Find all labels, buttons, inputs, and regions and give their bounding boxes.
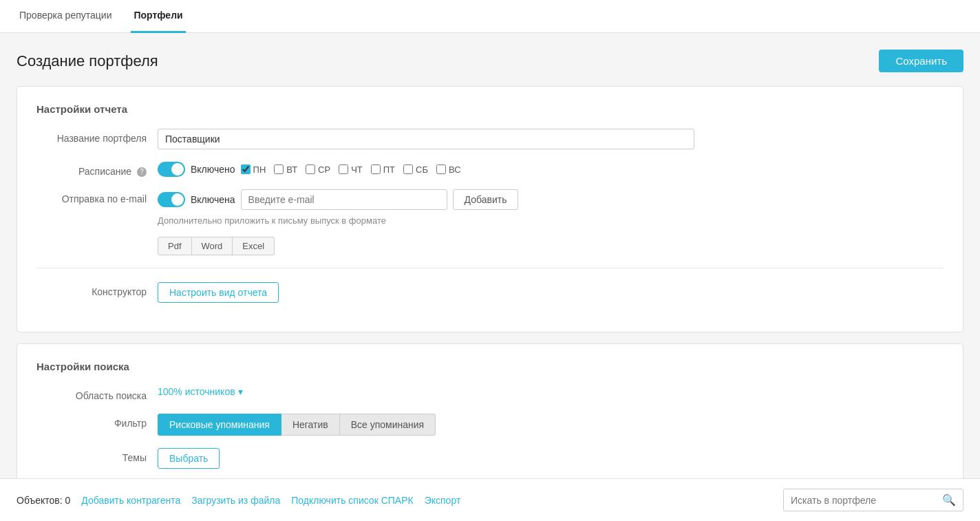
report-settings-card: Настройки отчета Название портфеля Распи… bbox=[17, 86, 963, 332]
top-nav: Проверка репутации Портфели bbox=[0, 0, 980, 33]
topics-row: Темы Выбрать bbox=[36, 448, 944, 469]
schedule-row: Расписание ? Включено ПН ВТ bbox=[36, 162, 944, 177]
connect-spark-link[interactable]: Подключить список СПАРК bbox=[291, 495, 413, 506]
day-pt-label[interactable]: ПТ bbox=[383, 164, 395, 175]
schedule-help-icon: ? bbox=[137, 167, 147, 177]
constructor-control: Настроить вид отчета bbox=[158, 282, 944, 303]
bottom-bar: Объектов: 0 Добавить контрагента Загрузи… bbox=[0, 478, 980, 521]
format-word-button[interactable]: Word bbox=[192, 237, 233, 255]
day-sb-label[interactable]: СБ bbox=[416, 164, 428, 175]
source-link[interactable]: 100% источников ▾ bbox=[158, 386, 243, 397]
source-row: Область поиска 100% источников ▾ bbox=[36, 386, 944, 401]
email-toggle[interactable] bbox=[158, 192, 185, 207]
topics-control: Выбрать bbox=[158, 448, 944, 469]
day-вт: ВТ bbox=[274, 164, 297, 175]
filter-control: Рисковые упоминания Негатив Все упоминан… bbox=[158, 414, 944, 436]
day-ct-checkbox[interactable] bbox=[339, 164, 348, 174]
days-checkbox-group: ПН ВТ СР ЧТ bbox=[241, 164, 461, 175]
nav-item-reputation[interactable]: Проверка репутации bbox=[17, 0, 114, 33]
format-excel-button[interactable]: Excel bbox=[233, 237, 275, 255]
format-buttons: Pdf Word Excel bbox=[158, 237, 275, 255]
day-vt-checkbox[interactable] bbox=[274, 164, 284, 174]
divider bbox=[36, 268, 944, 268]
day-sb-checkbox[interactable] bbox=[403, 164, 413, 174]
email-input[interactable] bbox=[241, 189, 447, 210]
add-email-button[interactable]: Добавить bbox=[453, 189, 519, 210]
email-toggle-wrap: Включена bbox=[158, 192, 235, 207]
upload-file-link[interactable]: Загрузить из файла bbox=[191, 495, 280, 506]
topics-label: Темы bbox=[36, 448, 147, 463]
filter-all-button[interactable]: Все упоминания bbox=[340, 414, 436, 436]
add-counterparty-link[interactable]: Добавить контрагента bbox=[81, 495, 180, 506]
portfolio-search-input[interactable] bbox=[784, 491, 935, 510]
day-vt-label[interactable]: ВТ bbox=[286, 164, 297, 175]
filter-negative-button[interactable]: Негатив bbox=[281, 414, 340, 436]
email-control: Включена Добавить Дополнительно приложит… bbox=[158, 189, 944, 255]
source-label: Область поиска bbox=[36, 386, 147, 401]
filter-buttons: Рисковые упоминания Негатив Все упоминан… bbox=[158, 414, 436, 436]
format-note: Дополнительно приложить к письму выпуск … bbox=[158, 215, 944, 226]
portfolio-name-row: Название портфеля bbox=[36, 129, 944, 149]
day-pn-label[interactable]: ПН bbox=[253, 164, 266, 175]
filter-label: Фильтр bbox=[36, 414, 147, 429]
report-settings-title: Настройки отчета bbox=[36, 103, 944, 115]
day-вс: ВС bbox=[436, 164, 461, 175]
day-pt-checkbox[interactable] bbox=[371, 164, 381, 174]
filter-row: Фильтр Рисковые упоминания Негатив Все у… bbox=[36, 414, 944, 436]
search-settings-title: Настройки поиска bbox=[36, 361, 944, 372]
email-toggle-label: Включена bbox=[191, 194, 235, 205]
day-чт: ЧТ bbox=[339, 164, 363, 175]
day-ср: СР bbox=[306, 164, 330, 175]
schedule-toggle-label: Включено bbox=[191, 164, 235, 175]
portfolio-name-input[interactable] bbox=[158, 129, 694, 149]
page-title: Создание портфеля bbox=[17, 52, 158, 70]
email-label: Отправка по e-mail bbox=[36, 189, 147, 204]
source-control: 100% источников ▾ bbox=[158, 386, 944, 397]
save-button[interactable]: Сохранить bbox=[879, 50, 963, 72]
day-ct-label[interactable]: ЧТ bbox=[351, 164, 363, 175]
portfolio-name-label: Название портфеля bbox=[36, 129, 147, 144]
filter-risk-button[interactable]: Рисковые упоминания bbox=[158, 414, 281, 436]
page-wrapper: Создание портфеля Сохранить Настройки от… bbox=[0, 33, 980, 498]
search-icon: 🔍 bbox=[935, 489, 963, 511]
schedule-toggle-wrap: Включено bbox=[158, 162, 235, 177]
topics-button[interactable]: Выбрать bbox=[158, 448, 220, 469]
nav-item-portfolios[interactable]: Портфели bbox=[131, 0, 185, 33]
constructor-button[interactable]: Настроить вид отчета bbox=[158, 282, 279, 303]
export-link[interactable]: Экспорт bbox=[425, 495, 461, 506]
email-row: Отправка по e-mail Включена Добавить Доп… bbox=[36, 189, 944, 255]
day-пт: ПТ bbox=[371, 164, 395, 175]
schedule-toggle[interactable] bbox=[158, 162, 185, 177]
schedule-control: Включено ПН ВТ СР bbox=[158, 162, 944, 177]
portfolio-search-wrap: 🔍 bbox=[783, 489, 963, 511]
format-pdf-button[interactable]: Pdf bbox=[158, 237, 192, 255]
day-пн: ПН bbox=[241, 164, 266, 175]
search-settings-card: Настройки поиска Область поиска 100% ист… bbox=[17, 343, 963, 498]
chevron-down-icon: ▾ bbox=[238, 386, 243, 397]
day-sr-label[interactable]: СР bbox=[318, 164, 330, 175]
day-pn-checkbox[interactable] bbox=[241, 164, 251, 174]
schedule-label: Расписание ? bbox=[36, 162, 147, 177]
day-vs-checkbox[interactable] bbox=[436, 164, 446, 174]
portfolio-name-control bbox=[158, 129, 944, 149]
day-vs-label[interactable]: ВС bbox=[449, 164, 461, 175]
constructor-row: Конструктор Настроить вид отчета bbox=[36, 282, 944, 303]
objects-count: Объектов: 0 bbox=[17, 495, 70, 506]
day-sr-checkbox[interactable] bbox=[306, 164, 315, 174]
constructor-label: Конструктор bbox=[36, 282, 147, 297]
day-сб: СБ bbox=[403, 164, 428, 175]
page-header: Создание портфеля Сохранить bbox=[17, 50, 963, 72]
